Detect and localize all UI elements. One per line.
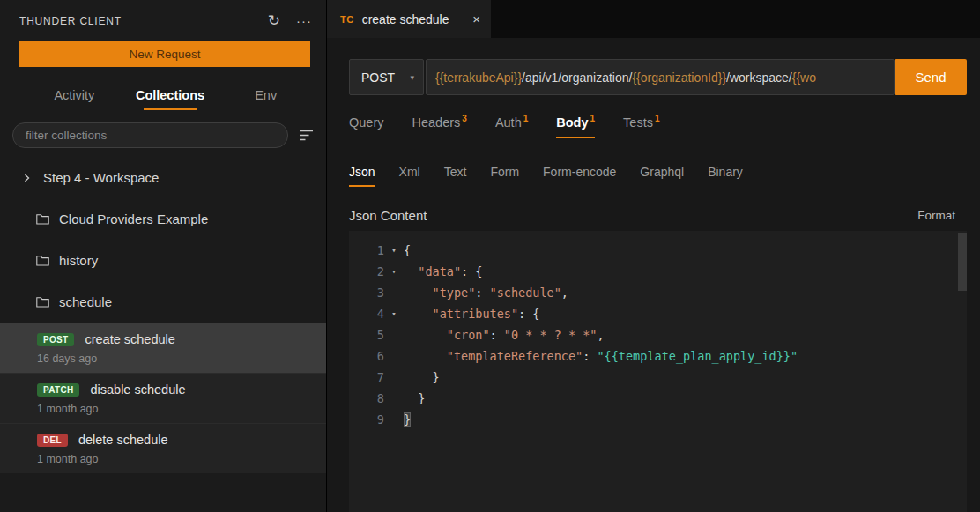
code-text: "data": {: [404, 261, 482, 282]
format-button[interactable]: Format: [917, 209, 955, 222]
line-number: 3: [349, 282, 384, 303]
folder-label: Cloud Providers Example: [59, 211, 208, 226]
method-value: POST: [361, 70, 395, 85]
line-number: 1: [349, 240, 384, 261]
send-button[interactable]: Send: [895, 59, 967, 95]
chevron-down-icon: ▾: [410, 73, 414, 82]
code-text: "templateReference": "{{template_plan_ap…: [404, 345, 798, 367]
fold-icon[interactable]: ▾: [384, 303, 404, 324]
request-name: disable schedule: [90, 382, 185, 397]
sort-icon[interactable]: [299, 130, 314, 141]
refresh-icon[interactable]: ↻: [268, 11, 280, 30]
fold-icon: [384, 345, 404, 367]
fold-icon[interactable]: ▾: [384, 240, 404, 261]
body-tab-form-encode[interactable]: Form-encode: [543, 165, 616, 187]
request-time: 1 month ago: [37, 453, 326, 465]
body-tab-form[interactable]: Form: [490, 165, 519, 187]
collection-item[interactable]: Step 4 - Workspace: [0, 157, 326, 198]
fold-icon: [384, 324, 404, 345]
folder-item[interactable]: schedule: [0, 281, 326, 323]
code-line[interactable]: 2▾ "data": {: [349, 261, 967, 282]
url-path: /api/v1/organization/: [522, 70, 632, 85]
request-bar: POST ▾ {{terrakubeApi}}/api/v1/organizat…: [349, 59, 967, 95]
folder-icon: [35, 255, 49, 266]
folder-item[interactable]: Cloud Providers Example: [0, 198, 326, 240]
collection-list: Step 4 - WorkspaceCloud Providers Exampl…: [0, 157, 326, 473]
sidebar-header: THUNDER CLIENT ↻ ···: [0, 0, 326, 40]
code-line[interactable]: 1▾{: [349, 240, 967, 261]
more-menu-icon[interactable]: ···: [296, 13, 312, 28]
request-time: 1 month ago: [37, 403, 326, 415]
scrollbar-thumb[interactable]: [958, 233, 967, 291]
request-name: create schedule: [85, 332, 174, 346]
request-tab-body[interactable]: Body1: [556, 115, 595, 138]
body-type-tabs: JsonXmlTextFormForm-encodeGraphqlBinary: [349, 165, 958, 187]
chevron-right-icon: [19, 173, 33, 183]
code-line[interactable]: 4▾ "attributes": {: [349, 303, 967, 324]
request-tab-auth[interactable]: Auth1: [495, 115, 528, 138]
code-line[interactable]: 6 "templateReference": "{{template_plan_…: [349, 345, 967, 367]
thunder-client-logo-icon: TC: [340, 14, 354, 25]
request-time: 16 days ago: [37, 352, 326, 365]
request-item[interactable]: POSTcreate schedule16 days ago: [0, 323, 326, 373]
url-input[interactable]: {{terrakubeApi}}/api/v1/organization/{{o…: [426, 59, 895, 95]
request-tab-headers[interactable]: Headers3: [412, 115, 467, 138]
code-line[interactable]: 7 }: [349, 367, 967, 388]
line-number: 7: [349, 367, 384, 388]
body-tab-text[interactable]: Text: [444, 165, 467, 187]
main-panel: TC create schedule × POST ▾ {{terrakubeA…: [327, 0, 980, 512]
json-editor[interactable]: 1▾{2▾ "data": {3 "type": "schedule",4▾ "…: [349, 231, 967, 512]
folder-icon: [35, 213, 49, 225]
request-item[interactable]: PATCHdisable schedule1 month ago: [0, 373, 326, 423]
code-line[interactable]: 9}: [349, 409, 967, 430]
tab-count-badge: 3: [462, 114, 467, 123]
fold-icon[interactable]: ▾: [384, 261, 404, 282]
close-icon[interactable]: ×: [472, 11, 480, 26]
method-badge: DEL: [37, 434, 68, 447]
code-line[interactable]: 3 "type": "schedule",: [349, 282, 967, 303]
line-number: 8: [349, 388, 384, 409]
body-tab-binary[interactable]: Binary: [708, 165, 743, 187]
code-text: "cron": "0 * * ? * *",: [404, 324, 605, 345]
code-line[interactable]: 8 }: [349, 388, 967, 409]
code-line[interactable]: 5 "cron": "0 * * ? * *",: [349, 324, 967, 345]
json-content-label: Json Content: [349, 208, 427, 223]
sidebar: THUNDER CLIENT ↻ ··· New Request Activit…: [0, 0, 327, 512]
folder-label: schedule: [59, 294, 112, 309]
app-window: THUNDER CLIENT ↻ ··· New Request Activit…: [0, 0, 980, 512]
method-select[interactable]: POST ▾: [349, 59, 424, 95]
editor-tab-create-schedule[interactable]: TC create schedule ×: [327, 0, 491, 38]
fold-icon: [384, 282, 404, 303]
sidebar-tab-collections[interactable]: Collections: [122, 81, 219, 110]
request-tab-query[interactable]: Query: [349, 115, 384, 138]
request-tabs: QueryHeaders3Auth1Body1Tests1: [349, 115, 958, 138]
filter-row: [0, 110, 326, 157]
code-text: }: [404, 409, 411, 430]
tab-count-badge: 1: [655, 114, 660, 123]
new-request-button[interactable]: New Request: [19, 41, 310, 67]
sidebar-tabs: ActivityCollectionsEnv: [0, 76, 326, 110]
folder-label: history: [59, 253, 98, 268]
folder-icon: [35, 296, 49, 308]
filter-input[interactable]: [12, 122, 288, 148]
tab-count-badge: 1: [590, 114, 596, 123]
url-variable: {{organizationId}}: [632, 70, 726, 85]
editor-tabstrip: TC create schedule ×: [327, 0, 980, 38]
code-text: "attributes": {: [404, 303, 539, 324]
sidebar-tab-env[interactable]: Env: [218, 81, 314, 110]
body-tab-xml[interactable]: Xml: [399, 165, 420, 187]
app-title: THUNDER CLIENT: [19, 15, 122, 27]
body-tab-graphql[interactable]: Graphql: [640, 165, 684, 187]
request-item[interactable]: DELdelete schedule1 month ago: [0, 423, 326, 473]
content-header: Json Content Format: [349, 208, 955, 223]
code-lines: 1▾{2▾ "data": {3 "type": "schedule",4▾ "…: [349, 240, 967, 430]
method-badge: PATCH: [37, 383, 79, 397]
folder-item[interactable]: history: [0, 240, 326, 281]
sidebar-tab-activity[interactable]: Activity: [26, 81, 122, 110]
request-tab-tests[interactable]: Tests1: [623, 115, 659, 138]
line-number: 9: [349, 409, 384, 430]
line-number: 4: [349, 303, 384, 324]
collection-label: Step 4 - Workspace: [43, 170, 159, 185]
body-tab-json[interactable]: Json: [349, 165, 375, 187]
url-path: /workspace/: [726, 70, 792, 85]
